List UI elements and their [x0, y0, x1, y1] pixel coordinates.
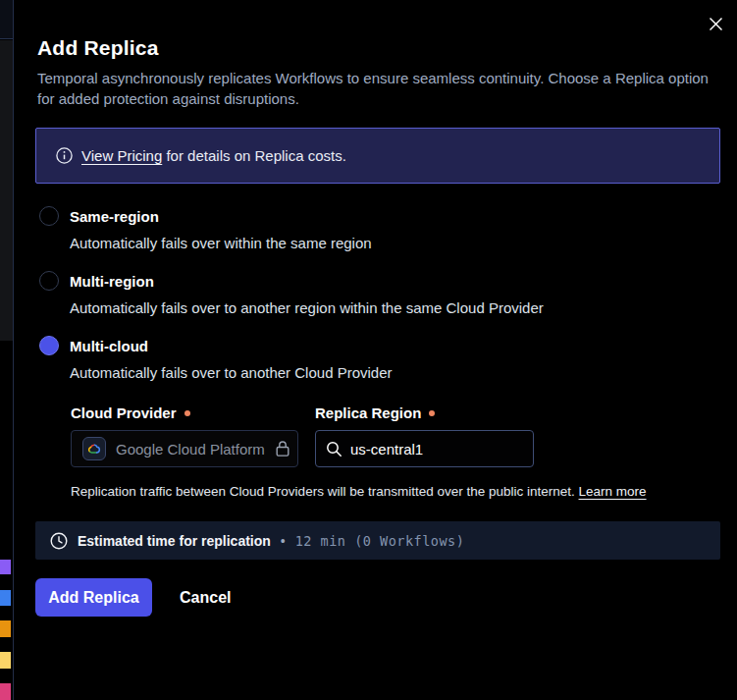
background-page-sliver: [0, 0, 14, 700]
color-swatch-purple: [0, 560, 11, 574]
required-dot: [429, 410, 435, 416]
pricing-banner-suffix: for details on Replica costs.: [162, 147, 346, 164]
add-replica-button[interactable]: Add Replica: [35, 578, 152, 617]
option-multi-cloud-row[interactable]: Multi-cloud: [39, 336, 720, 355]
replica-region-label: Replica Region: [315, 404, 421, 421]
cloud-provider-value: Google Cloud Platform: [116, 441, 265, 458]
search-icon: [326, 441, 342, 458]
learn-more-link[interactable]: Learn more: [579, 484, 647, 499]
background-header-sliver: [0, 0, 13, 39]
option-same-region-label: Same-region: [70, 208, 159, 225]
lock-icon: [275, 440, 290, 458]
public-internet-note: Replication traffic between Cloud Provid…: [71, 484, 720, 499]
info-icon: [56, 147, 73, 164]
modal-description: Temporal asynchronously replicates Workf…: [37, 68, 720, 109]
replica-region-input[interactable]: [350, 441, 507, 458]
color-swatch-yellow: [0, 652, 11, 669]
option-multi-cloud-label: Multi-cloud: [70, 338, 148, 354]
pricing-banner-text: View Pricing for details on Replica cost…: [81, 147, 346, 164]
estimated-time-label: Estimated time for replication: [78, 533, 271, 549]
option-multi-cloud: Multi-cloud Automatically fails over to …: [39, 336, 720, 499]
radio-same-region[interactable]: [39, 206, 59, 226]
cancel-button[interactable]: Cancel: [180, 589, 231, 607]
option-multi-region: Multi-region Automatically fails over to…: [39, 271, 720, 316]
action-bar: Add Replica Cancel: [35, 578, 720, 617]
replica-region-field-group: Replica Region: [315, 404, 534, 467]
replica-region-search-box: [315, 430, 534, 467]
option-same-region-row[interactable]: Same-region: [39, 206, 720, 226]
estimated-time-banner: Estimated time for replication • 12 min …: [35, 521, 720, 560]
multi-cloud-form: Cloud Provider: [71, 404, 720, 467]
estimated-time-value: 12 min (0 Workflows): [295, 533, 465, 549]
option-multi-region-label: Multi-region: [70, 273, 154, 290]
required-dot: [184, 410, 190, 416]
option-multi-region-row[interactable]: Multi-region: [39, 271, 720, 291]
estimated-time-separator: •: [281, 533, 286, 549]
add-replica-modal: Add Replica Temporal asynchronously repl…: [14, 0, 737, 700]
option-multi-cloud-description: Automatically fails over to another Clou…: [70, 364, 720, 381]
screen: Add Replica Temporal asynchronously repl…: [0, 0, 737, 700]
google-cloud-logo-icon: [82, 437, 106, 460]
option-multi-region-description: Automatically fails over to another regi…: [70, 299, 720, 316]
color-swatch-pink: [0, 683, 11, 700]
radio-multi-cloud[interactable]: [39, 336, 59, 355]
replica-option-group: Same-region Automatically fails over wit…: [39, 206, 720, 499]
background-panel-sliver: [0, 40, 13, 341]
clock-icon: [50, 532, 68, 550]
color-swatch-blue: [0, 590, 11, 606]
option-same-region: Same-region Automatically fails over wit…: [39, 206, 720, 251]
cloud-provider-select[interactable]: Google Cloud Platform: [71, 430, 298, 467]
color-swatch-orange: [0, 620, 11, 637]
page-title: Add Replica: [37, 36, 720, 60]
cloud-provider-label: Cloud Provider: [71, 404, 177, 421]
option-same-region-description: Automatically fails over within the same…: [70, 235, 720, 251]
radio-multi-region[interactable]: [39, 271, 59, 291]
note-text: Replication traffic between Cloud Provid…: [71, 484, 579, 499]
view-pricing-link[interactable]: View Pricing: [81, 147, 162, 164]
pricing-info-banner: View Pricing for details on Replica cost…: [35, 128, 720, 184]
cloud-provider-field-group: Cloud Provider: [71, 404, 298, 467]
